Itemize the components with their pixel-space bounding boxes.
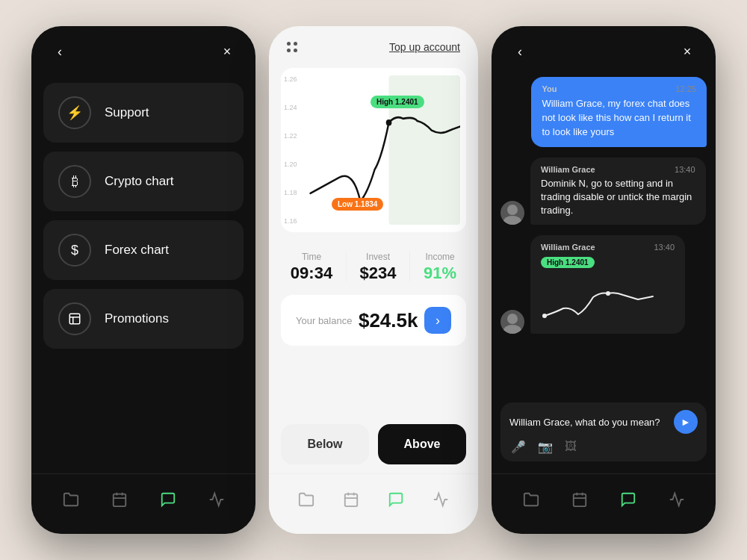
y-label-4: 1.18: [284, 189, 297, 196]
nav-folder-chart[interactable]: [293, 486, 320, 513]
y-label-3: 1.20: [284, 161, 297, 168]
phone-chat: ‹ × You 12:25 William Grace, my forex ch…: [492, 26, 716, 534]
chart-msg-sender: William Grace: [541, 243, 595, 252]
menu-item-support-label: Support: [105, 105, 149, 120]
y-label-5: 1.16: [284, 217, 297, 225]
stat-time-label: Time: [302, 252, 321, 262]
chat-input[interactable]: [509, 417, 668, 428]
sent-text: William Grace, my forex chat does not lo…: [542, 98, 690, 137]
svg-rect-3: [113, 494, 125, 507]
stat-invest: Invest $234: [360, 252, 397, 283]
chat-messages: You 12:25 William Grace, my forex chat d…: [492, 69, 716, 396]
menu-item-promotions[interactable]: Promotions: [43, 289, 244, 349]
nav-calendar-chart[interactable]: [338, 486, 365, 513]
svg-point-14: [507, 205, 518, 215]
received-message-2-wrapper: William Grace 13:40 High 1.2401: [500, 235, 707, 334]
stat-invest-label: Invest: [366, 252, 390, 262]
received-sender-1: William Grace: [541, 165, 595, 174]
sent-sender: You: [542, 84, 557, 93]
chart-y-labels: 1.26 1.24 1.22 1.20 1.18 1.16: [284, 75, 297, 225]
sent-message-bubble: You 12:25 William Grace, my forex chat d…: [531, 77, 707, 147]
nav-wave-chat[interactable]: [663, 486, 690, 513]
send-button[interactable]: ►: [674, 410, 698, 434]
menu-item-crypto-label: Crypto chart: [105, 174, 174, 189]
menu-item-support[interactable]: ⚡ Support: [43, 83, 244, 143]
menu-list: ⚡ Support ₿ Crypto chart $ Forex chart P…: [31, 77, 255, 473]
nav-folder[interactable]: [58, 486, 84, 513]
received-text-1: Dominik N, go to setting and in trading …: [541, 177, 695, 218]
nav-chat-chart[interactable]: [382, 486, 409, 513]
below-button[interactable]: Below: [281, 424, 369, 464]
screens-container: ‹ × ⚡ Support ₿ Crypto chart $ Forex cha…: [0, 0, 747, 560]
balance-label: Your balance: [296, 315, 352, 326]
bottom-nav-menu: [31, 473, 255, 534]
svg-rect-10: [345, 494, 358, 507]
mini-chart-svg: [541, 271, 657, 323]
bottom-nav-chart: [269, 473, 478, 534]
camera-icon[interactable]: 📷: [538, 440, 553, 454]
stat-income-label: Income: [425, 252, 454, 262]
stats-divider-2: [409, 252, 410, 281]
nav-wavechart-chart[interactable]: [427, 486, 454, 513]
stats-divider-1: [346, 252, 347, 281]
received-time-1: 13:40: [675, 165, 695, 174]
support-icon: ⚡: [58, 96, 91, 129]
balance-value: $24.5k: [359, 309, 418, 332]
stat-income: Income 91%: [424, 252, 456, 283]
phone-chart: Top up account 1.26 1.24 1.22 1.20 1.18 …: [269, 26, 478, 534]
chart-message-bubble: William Grace 13:40 High 1.2401: [530, 235, 685, 334]
chat-input-area: ► 🎤 📷 🖼: [500, 402, 707, 461]
forex-icon: $: [58, 234, 91, 267]
back-icon[interactable]: ‹: [49, 41, 70, 62]
chart-msg-high-badge: High 1.2401: [541, 257, 595, 268]
grid-dots-icon[interactable]: [287, 42, 297, 52]
top-bar-menu: ‹ ×: [31, 26, 255, 69]
mic-icon[interactable]: 🎤: [511, 440, 526, 454]
menu-item-forex-chart[interactable]: $ Forex chart: [43, 220, 244, 280]
y-label-1: 1.24: [284, 104, 297, 111]
trade-buttons: Below Above: [269, 415, 478, 473]
svg-point-16: [507, 314, 518, 324]
close-icon[interactable]: ×: [217, 41, 238, 62]
sent-message-wrapper: You 12:25 William Grace, my forex chat d…: [500, 77, 707, 147]
received-message-1-bubble: William Grace 13:40 Dominik N, go to set…: [530, 158, 706, 225]
y-label-0: 1.26: [284, 75, 297, 83]
nav-calendar-chat[interactable]: [566, 486, 593, 513]
back-icon-chat[interactable]: ‹: [509, 41, 530, 62]
top-up-link[interactable]: Top up account: [389, 41, 460, 53]
close-icon-chat[interactable]: ×: [677, 41, 698, 62]
chart-msg-time: 13:40: [654, 243, 675, 252]
above-button[interactable]: Above: [378, 424, 466, 464]
balance-arrow-button[interactable]: ›: [424, 307, 451, 334]
image-icon[interactable]: 🖼: [565, 440, 577, 454]
svg-rect-20: [573, 494, 586, 507]
nav-chat[interactable]: [155, 486, 182, 513]
menu-item-promotions-label: Promotions: [105, 311, 169, 326]
stat-time: Time 09:34: [291, 252, 332, 283]
stat-time-value: 09:34: [291, 264, 332, 283]
crypto-icon: ₿: [58, 165, 91, 198]
stat-invest-value: $234: [360, 264, 397, 283]
sent-time: 12:25: [675, 84, 696, 93]
chart-area: 1.26 1.24 1.22 1.20 1.18 1.16: [281, 68, 466, 232]
chat-tools: 🎤 📷 🖼: [509, 434, 698, 454]
low-badge: Low 1.1834: [332, 198, 383, 211]
balance-row: Your balance $24.5k ›: [281, 295, 466, 346]
high-badge: High 1.2401: [371, 96, 424, 108]
svg-point-17: [503, 325, 521, 334]
menu-item-crypto-chart[interactable]: ₿ Crypto chart: [43, 152, 244, 211]
phone-menu: ‹ × ⚡ Support ₿ Crypto chart $ Forex cha…: [31, 26, 255, 534]
bottom-nav-chat: [492, 473, 716, 534]
avatar-william-2: [500, 310, 524, 334]
nav-calendar[interactable]: [106, 486, 133, 513]
chat-input-row: ►: [509, 410, 698, 434]
promotions-icon: [58, 302, 91, 335]
nav-chat-chat[interactable]: [615, 486, 642, 513]
menu-item-forex-label: Forex chart: [105, 243, 169, 258]
chart-svg: High 1.2401 Low 1.1834: [303, 75, 460, 225]
nav-folder-chat[interactable]: [518, 486, 545, 513]
svg-point-18: [542, 314, 547, 318]
y-label-2: 1.22: [284, 132, 297, 140]
nav-chart[interactable]: [203, 486, 230, 513]
avatar-william-1: [500, 201, 524, 225]
